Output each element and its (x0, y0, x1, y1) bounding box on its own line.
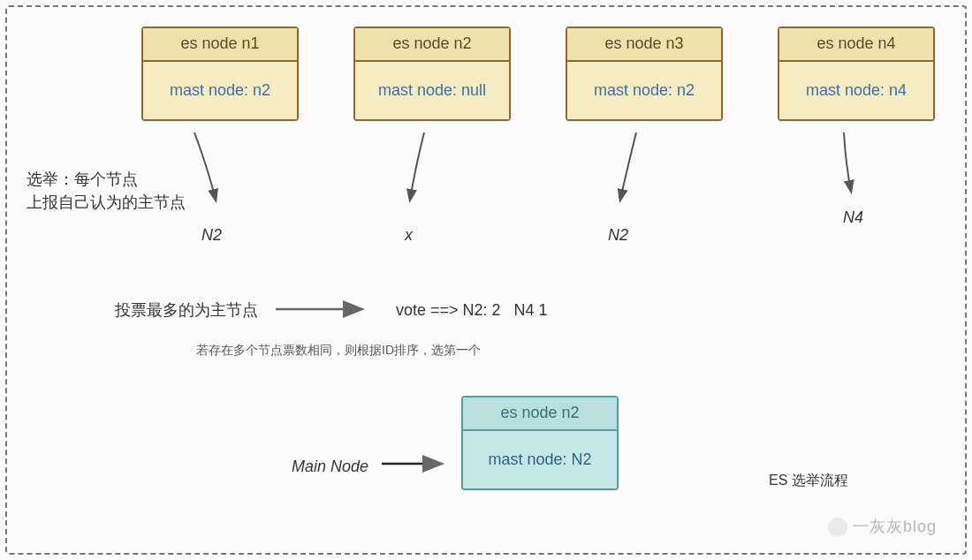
footer-caption: ES 选举流程 (769, 470, 848, 490)
vote-n1: N2 (201, 226, 222, 245)
tiebreak-note: 若存在多个节点票数相同，则根据ID排序，选第一个 (196, 343, 481, 359)
tally-label: 投票最多的为主节点 (115, 299, 258, 322)
result-node: es node n2 mast node: N2 (461, 396, 619, 490)
vote-n4: N4 (843, 208, 863, 227)
node-n2-title: es node n2 (355, 28, 509, 62)
node-n3-body: mast node: n2 (567, 62, 721, 119)
watermark-text: 一灰灰blog (853, 518, 937, 535)
main-node-label: Main Node (292, 455, 368, 478)
node-n1-title: es node n1 (143, 28, 297, 62)
node-n3: es node n3 mast node: n2 (566, 26, 723, 121)
node-n4-body: mast node: n4 (779, 62, 933, 119)
watermark-icon (828, 518, 847, 537)
node-n4: es node n4 mast node: n4 (778, 26, 935, 121)
tally-result: vote ==> N2: 2 N4 1 (396, 299, 548, 322)
result-node-title: es node n2 (463, 397, 617, 431)
node-n2: es node n2 mast node: null (353, 26, 511, 121)
node-n4-title: es node n4 (779, 28, 933, 62)
node-n1-body: mast node: n2 (143, 62, 297, 119)
result-node-body: mast node: N2 (463, 431, 617, 488)
node-n1: es node n1 mast node: n2 (141, 26, 299, 121)
node-n2-body: mast node: null (355, 62, 509, 119)
vote-n2: x (405, 226, 413, 245)
election-label: 选举：每个节点 上报自己认为的主节点 (27, 168, 186, 214)
watermark: 一灰灰blog (828, 516, 937, 537)
node-n3-title: es node n3 (567, 28, 721, 62)
vote-n3: N2 (608, 226, 628, 245)
